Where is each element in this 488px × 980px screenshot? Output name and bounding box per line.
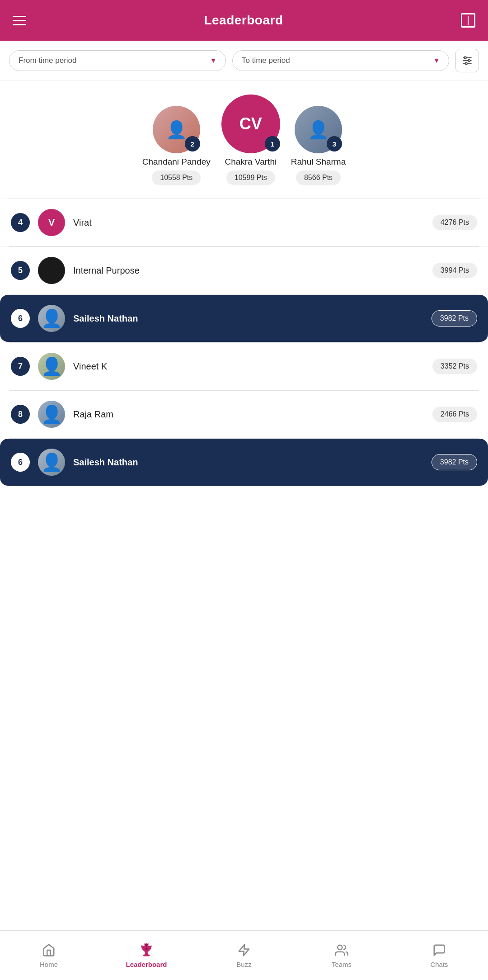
nav-leaderboard-label: Leaderboard xyxy=(126,961,167,968)
avatar xyxy=(38,353,65,380)
avatar xyxy=(38,401,65,428)
nav-teams[interactable]: Teams xyxy=(293,931,390,980)
list-name: Raja Ram xyxy=(73,409,424,420)
rank-badge-1: 1 xyxy=(265,136,280,151)
podium-points-chandani: 10558 Pts xyxy=(152,170,201,185)
list-points: 3994 Pts xyxy=(432,263,477,278)
list-item[interactable]: 8 Raja Ram 2466 Pts xyxy=(0,391,488,438)
list-name: Internal Purpose xyxy=(73,265,424,276)
svg-rect-7 xyxy=(143,955,150,956)
svg-point-3 xyxy=(465,57,466,58)
chevron-down-icon: ▼ xyxy=(210,57,216,64)
avatar-wrap-chakra: CV 1 xyxy=(221,95,280,153)
podium-points-chakra: 10599 Pts xyxy=(226,170,275,185)
svg-point-4 xyxy=(468,60,470,62)
list-name: Vineet K xyxy=(73,361,424,372)
to-time-period-dropdown[interactable]: To time period ▼ xyxy=(232,50,449,71)
rank-badge-2: 2 xyxy=(185,136,200,151)
list-rank: 4 xyxy=(11,213,30,232)
list-item-highlighted[interactable]: 6 Sailesh Nathan 3982 Pts xyxy=(0,295,488,342)
bottom-nav: Home Leaderboard Buzz xyxy=(0,930,488,980)
podium-section: 2 Chandani Pandey 10558 Pts CV 1 Chakra … xyxy=(0,81,488,199)
nav-home[interactable]: Home xyxy=(0,931,98,980)
chats-icon xyxy=(432,942,447,958)
list-points: 3982 Pts xyxy=(432,454,477,470)
list-name: Sailesh Nathan xyxy=(73,457,423,468)
teams-icon xyxy=(334,942,349,958)
nav-chats-label: Chats xyxy=(430,961,448,968)
menu-icon[interactable] xyxy=(13,16,26,25)
svg-point-13 xyxy=(338,945,342,950)
nav-home-label: Home xyxy=(40,961,58,968)
podium-first: CV 1 Chakra Varthi 10599 Pts xyxy=(221,95,280,185)
nav-chats[interactable]: Chats xyxy=(390,931,488,980)
list-points: 3982 Pts xyxy=(432,310,477,327)
leaderboard-list: 4 V Virat 4276 Pts 5 Internal Purpose 39… xyxy=(0,199,488,930)
list-points: 2466 Pts xyxy=(432,407,477,422)
list-rank: 7 xyxy=(11,357,30,376)
nav-teams-label: Teams xyxy=(332,961,352,968)
list-item[interactable]: 7 Vineet K 3352 Pts xyxy=(0,343,488,390)
list-name: Sailesh Nathan xyxy=(73,313,423,324)
nav-buzz[interactable]: Buzz xyxy=(195,931,293,980)
avatar-wrap-chandani: 2 xyxy=(153,106,200,153)
list-item[interactable]: 4 V Virat 4276 Pts xyxy=(0,199,488,246)
header: Leaderboard xyxy=(0,0,488,41)
podium-name-rahul: Rahul Sharma xyxy=(291,157,346,167)
nav-leaderboard[interactable]: Leaderboard xyxy=(98,931,195,980)
list-points: 3352 Pts xyxy=(432,359,477,374)
list-points: 4276 Pts xyxy=(432,215,477,230)
svg-rect-6 xyxy=(145,952,148,955)
avatar xyxy=(38,305,65,332)
filter-row: From time period ▼ To time period ▼ xyxy=(0,41,488,81)
podium-name-chandani: Chandani Pandey xyxy=(142,157,211,167)
page-title: Leaderboard xyxy=(204,13,283,28)
svg-marker-12 xyxy=(239,945,249,956)
home-icon xyxy=(41,942,56,958)
avatar xyxy=(38,449,65,476)
rank-badge-3: 3 xyxy=(327,136,342,151)
nav-buzz-label: Buzz xyxy=(236,961,251,968)
list-name: Virat xyxy=(73,218,424,228)
podium-second: 2 Chandani Pandey 10558 Pts xyxy=(142,106,211,185)
podium-points-rahul: 8566 Pts xyxy=(296,170,341,185)
list-rank: 6 xyxy=(11,453,30,472)
svg-point-5 xyxy=(465,62,467,64)
list-item[interactable]: 5 Internal Purpose 3994 Pts xyxy=(0,247,488,294)
leaderboard-icon xyxy=(139,942,154,958)
avatar xyxy=(38,257,65,284)
avatar-wrap-rahul: 3 xyxy=(295,106,342,153)
to-time-period-label: To time period xyxy=(242,56,290,65)
buzz-icon xyxy=(236,942,252,958)
list-rank: 6 xyxy=(11,309,30,328)
book-icon[interactable] xyxy=(461,13,475,28)
from-time-period-dropdown[interactable]: From time period ▼ xyxy=(9,50,226,71)
chevron-down-icon: ▼ xyxy=(433,57,440,64)
list-item-highlighted[interactable]: 6 Sailesh Nathan 3982 Pts xyxy=(0,439,488,486)
from-time-period-label: From time period xyxy=(19,56,76,65)
podium-third: 3 Rahul Sharma 8566 Pts xyxy=(291,106,346,185)
filter-settings-button[interactable] xyxy=(455,49,479,72)
list-rank: 5 xyxy=(11,261,30,280)
list-rank: 8 xyxy=(11,405,30,424)
avatar: V xyxy=(38,209,65,236)
podium-name-chakra: Chakra Varthi xyxy=(225,157,277,167)
